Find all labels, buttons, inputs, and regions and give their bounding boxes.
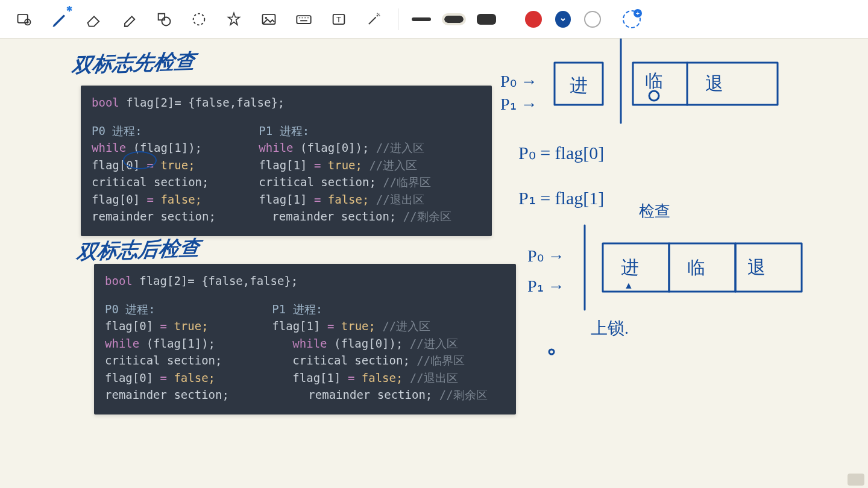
code-text: false; (321, 193, 369, 206)
code-text: critical section; (105, 352, 229, 369)
eraser-tool[interactable] (80, 6, 108, 33)
svg-text:P₀ →: P₀ → (527, 246, 565, 265)
code-text: = (327, 319, 334, 333)
code-text: = (314, 158, 321, 172)
code-text: while (105, 337, 139, 350)
text-tool[interactable]: T (324, 6, 353, 33)
svg-text:进: 进 (621, 257, 639, 277)
pen-tool[interactable]: ✱ (45, 6, 74, 33)
code-text: remainder section; (272, 210, 396, 223)
toolbar: ✱ T (0, 0, 868, 39)
code-text: P1 进程: (259, 122, 451, 140)
code-text: = (160, 371, 167, 384)
svg-text:临: 临 (645, 70, 663, 90)
svg-text:P₁ = flag[1]: P₁ = flag[1] (518, 188, 604, 208)
code-text: critical section; (259, 175, 376, 189)
code-text: = (348, 371, 354, 384)
highlighter-tool[interactable] (115, 6, 143, 33)
svg-point-43 (549, 349, 554, 354)
color-red[interactable] (525, 11, 542, 28)
code-text: true; (167, 319, 209, 333)
code-text: flag[2]= {false,false}; (119, 96, 285, 109)
code-text: false; (354, 371, 403, 384)
stamp-tool[interactable] (219, 6, 248, 33)
color-group: + (521, 10, 641, 28)
lasso-tool[interactable] (184, 6, 213, 33)
svg-point-27 (649, 91, 659, 101)
code-text: flag[1] (292, 371, 348, 384)
code-text: false; (154, 193, 202, 206)
code-block-2: bool flag[2]= {false,false}; P0 进程: flag… (94, 264, 516, 414)
code-text: false; (167, 371, 215, 384)
code-text: bool (105, 274, 133, 287)
svg-text:上锁.: 上锁. (591, 319, 629, 337)
stroke-mid[interactable] (444, 16, 464, 23)
handwritten-diagram: P₀ → P₁ → 进 临 退 P₀ = flag[0] P₁ = flag[1… (494, 39, 856, 412)
code-text: while (92, 141, 126, 154)
color-white[interactable] (584, 11, 601, 28)
handwritten-title-2: 双标志后检查 (75, 234, 202, 266)
color-blue-active[interactable] (552, 11, 574, 28)
code-text: P0 进程: (105, 301, 229, 318)
svg-point-9 (265, 16, 268, 19)
code-text: flag[0] (105, 371, 160, 384)
svg-text:▲: ▲ (624, 280, 634, 290)
drawing-tools: ✱ T (10, 6, 388, 33)
code-text: //进入区 (369, 141, 424, 154)
svg-text:P₀ →: P₀ → (500, 72, 538, 90)
svg-rect-5 (159, 13, 165, 20)
shapes-tool[interactable] (149, 6, 178, 33)
code-text: true; (321, 158, 362, 172)
code-text: //剩余区 (396, 210, 451, 223)
code-text: = (160, 319, 167, 333)
image-tool[interactable] (254, 6, 283, 33)
canvas[interactable]: 双标志先检查 bool flag[2]= {false,false}; P0 进… (0, 39, 868, 488)
code-text: (flag[1]); (139, 337, 215, 350)
code-text: remainder section; (105, 386, 229, 404)
scroll-corner[interactable] (848, 474, 864, 486)
svg-point-6 (162, 17, 171, 25)
svg-text:临: 临 (687, 257, 705, 277)
svg-text:进: 进 (570, 75, 588, 95)
svg-text:P₁ →: P₁ → (527, 277, 565, 295)
code-text: while (259, 141, 293, 154)
svg-rect-10 (297, 16, 310, 23)
keyboard-tool[interactable] (289, 6, 318, 33)
handwritten-circle (123, 151, 157, 169)
svg-text:P₀ = flag[0]: P₀ = flag[0] (518, 143, 604, 163)
stroke-thick[interactable] (477, 14, 496, 25)
code-text: //进入区 (376, 319, 430, 333)
bluetooth-icon: ✱ (66, 5, 72, 13)
toolbar-separator (398, 8, 398, 30)
code-text: //退出区 (369, 193, 424, 206)
svg-text:退: 退 (705, 74, 723, 93)
code-text: (flag[0]); (294, 141, 370, 154)
code-text: flag[0] (105, 319, 160, 333)
code-text: flag[1] (259, 158, 314, 172)
code-text: true; (334, 319, 376, 333)
svg-rect-35 (735, 243, 802, 292)
code-text: = (314, 193, 321, 206)
add-color[interactable]: + (623, 10, 641, 28)
svg-point-18 (377, 15, 378, 16)
code-text: flag[1] (259, 193, 314, 206)
stroke-thin[interactable] (412, 17, 431, 21)
code-text: //退出区 (403, 371, 458, 384)
code-text: = (147, 193, 154, 206)
code-text: bool (92, 96, 119, 109)
code-text: P1 进程: (272, 301, 487, 318)
code-text: remainder section; (92, 208, 216, 225)
code-text: flag[0] (92, 193, 147, 206)
zoom-add-tool[interactable] (10, 6, 39, 33)
code-text: //剩余区 (432, 388, 487, 401)
plus-icon: + (634, 9, 642, 17)
code-text: //临界区 (376, 175, 431, 189)
code-text: flag[2]= {false,false}; (133, 274, 298, 287)
code-text: P0 进程: (92, 122, 216, 140)
code-text: critical section; (292, 354, 409, 367)
svg-text:P₁ →: P₁ → (500, 95, 538, 113)
code-text: //临界区 (410, 354, 465, 367)
laser-pointer-tool[interactable] (359, 6, 388, 33)
handwritten-title-1: 双标志先检查 (71, 47, 197, 79)
code-text: (flag[0]); (327, 337, 403, 350)
